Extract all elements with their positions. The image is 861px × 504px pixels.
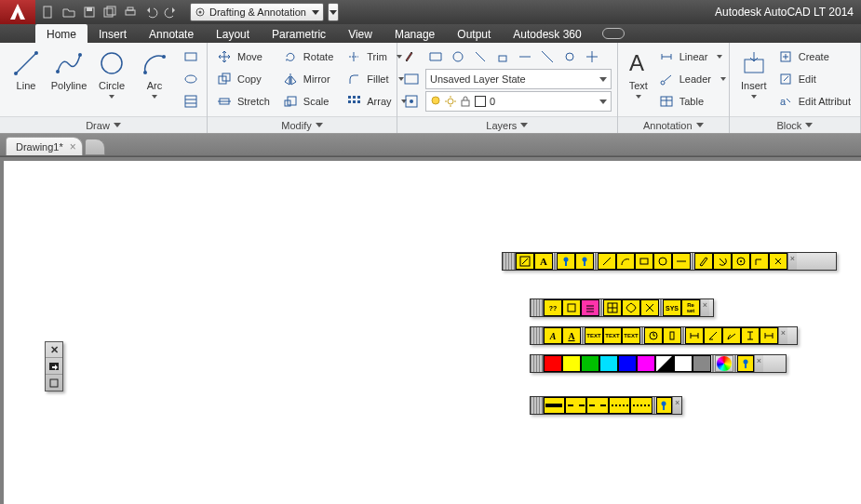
tool-button[interactable]	[713, 253, 732, 270]
pin-button[interactable]	[737, 355, 754, 372]
layer-color-button[interactable]	[401, 46, 422, 67]
saveas-icon[interactable]	[102, 5, 117, 20]
scale-button[interactable]: Scale	[279, 91, 337, 112]
mirror-button[interactable]: Mirror	[279, 69, 337, 89]
vertical-palette[interactable]: ✕	[45, 341, 63, 391]
palette-item[interactable]	[46, 357, 62, 374]
toolbar-floating-2[interactable]: ?? SYS Reset ×	[530, 298, 714, 317]
layer-props-button[interactable]	[401, 91, 422, 112]
rectangle-button[interactable]	[181, 46, 201, 67]
undo-icon[interactable]	[143, 5, 158, 20]
toolbar-grip[interactable]	[503, 253, 516, 270]
new-tab-button[interactable]	[85, 139, 105, 155]
tool-button[interactable]	[603, 299, 622, 316]
tab-insert[interactable]: Insert	[87, 24, 138, 43]
color-swatch-yellow[interactable]	[562, 355, 581, 372]
tool-button[interactable]	[640, 299, 659, 316]
polyline-button[interactable]: Polyline	[48, 46, 89, 116]
create-block-button[interactable]: Create	[774, 46, 854, 67]
move-button[interactable]: Move	[213, 46, 274, 67]
toolbar-grip[interactable]	[531, 355, 544, 372]
tab-annotate[interactable]: Annotate	[138, 24, 205, 43]
layer-state-button[interactable]	[401, 69, 422, 89]
tool-button[interactable]	[694, 253, 713, 270]
color-swatch-bw[interactable]	[655, 355, 674, 372]
layer-on-button[interactable]	[559, 46, 580, 67]
tool-button[interactable]: A	[544, 327, 562, 344]
layer-off-button[interactable]	[470, 46, 491, 67]
tab-layout[interactable]: Layout	[205, 24, 261, 43]
tool-button[interactable]	[769, 253, 787, 270]
linear-dim-button[interactable]: Linear	[655, 46, 730, 67]
tool-button[interactable]	[616, 253, 635, 270]
copy-button[interactable]: Copy	[213, 69, 274, 89]
tool-button[interactable]: A	[534, 253, 553, 270]
linetype-button[interactable]	[630, 397, 652, 414]
tool-button[interactable]	[704, 327, 722, 344]
linetype-button[interactable]	[544, 397, 565, 414]
tool-button[interactable]	[575, 253, 594, 270]
close-icon[interactable]: ✕	[46, 342, 62, 357]
edit-attr-button[interactable]: aEdit Attribut	[774, 91, 854, 112]
redo-icon[interactable]	[164, 5, 179, 20]
color-swatch-white[interactable]	[674, 355, 693, 372]
toolbar-floating-1[interactable]: A ×	[502, 252, 837, 271]
tab-manage[interactable]: Manage	[383, 24, 446, 43]
color-swatch-magenta[interactable]	[637, 355, 655, 372]
toolbar-floating-3[interactable]: A A TEXT TEXT TEXT ×	[530, 326, 798, 345]
close-icon[interactable]: ×	[70, 140, 76, 153]
edit-block-button[interactable]: Edit	[774, 69, 854, 89]
tool-button[interactable]	[750, 253, 769, 270]
tool-button[interactable]	[653, 253, 672, 270]
tab-autodesk360[interactable]: Autodesk 360	[502, 24, 592, 43]
line-button[interactable]: Line	[6, 46, 47, 116]
tool-button[interactable]	[732, 253, 750, 270]
toolbar-grip[interactable]	[531, 299, 544, 316]
color-swatch-gray[interactable]	[693, 355, 711, 372]
tool-button[interactable]	[644, 327, 663, 344]
cloud-toggle[interactable]	[602, 24, 625, 43]
linetype-button[interactable]	[565, 397, 586, 414]
tool-button[interactable]	[581, 299, 599, 316]
ellipse-button[interactable]	[181, 69, 201, 89]
tool-button[interactable]	[562, 299, 581, 316]
app-menu-button[interactable]	[0, 0, 35, 24]
tab-home[interactable]: Home	[35, 24, 87, 43]
tab-view[interactable]: View	[337, 24, 383, 43]
tool-button[interactable]	[598, 253, 616, 270]
panel-draw-title[interactable]: Draw	[0, 116, 207, 133]
linetype-button[interactable]	[586, 397, 608, 414]
layer-prev-button[interactable]	[537, 46, 558, 67]
layer-lock-button[interactable]	[492, 46, 513, 67]
color-swatch-cyan[interactable]	[599, 355, 618, 372]
document-tab[interactable]: Drawing1* ×	[6, 137, 83, 155]
print-icon[interactable]	[123, 5, 138, 20]
color-swatch-red[interactable]	[544, 355, 562, 372]
tab-parametric[interactable]: Parametric	[261, 24, 337, 43]
toolbar-close[interactable]: ×	[778, 327, 787, 344]
palette-item[interactable]	[46, 374, 62, 391]
tool-button[interactable]: TEXT	[603, 327, 622, 344]
color-swatch-green[interactable]	[581, 355, 599, 372]
layer-thaw-button[interactable]	[582, 46, 602, 67]
qat-more-button[interactable]	[328, 3, 339, 21]
save-icon[interactable]	[82, 5, 97, 20]
table-button[interactable]: Table	[655, 91, 730, 112]
stretch-button[interactable]: Stretch	[213, 91, 274, 112]
tab-output[interactable]: Output	[446, 24, 502, 43]
tool-button[interactable]	[622, 299, 640, 316]
tool-button[interactable]	[516, 253, 534, 270]
tool-button[interactable]	[685, 327, 704, 344]
panel-layers-title[interactable]: Layers	[397, 116, 617, 133]
workspace-dropdown[interactable]: Drafting & Annotation	[190, 3, 324, 21]
tool-button[interactable]: TEXT	[585, 327, 603, 344]
pin-button[interactable]	[656, 397, 673, 414]
layer-freeze-button[interactable]	[448, 46, 468, 67]
tool-button[interactable]	[635, 253, 653, 270]
tool-button[interactable]	[663, 327, 681, 344]
tool-button[interactable]: TEXT	[622, 327, 640, 344]
color-swatch-blue[interactable]	[618, 355, 637, 372]
toolbar-close[interactable]: ×	[787, 253, 797, 270]
hatch-button[interactable]	[181, 91, 201, 112]
toolbar-grip[interactable]	[531, 397, 544, 414]
